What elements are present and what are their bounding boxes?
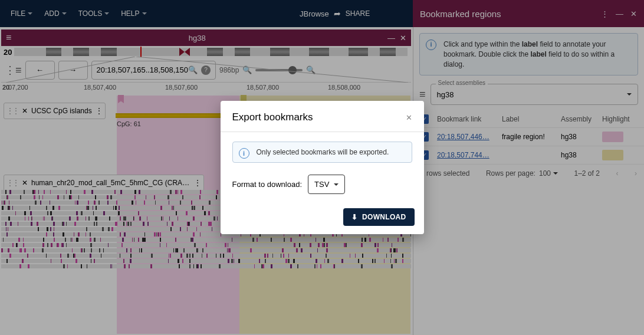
modal-title: Export bookmarks bbox=[232, 111, 313, 123]
download-icon: ⬇ bbox=[351, 213, 357, 221]
export-bookmarks-dialog: Export bookmarks ✕ i Only selected bookm… bbox=[221, 101, 424, 234]
modal-overlay[interactable]: Export bookmarks ✕ i Only selected bookm… bbox=[0, 0, 644, 335]
format-label: Format to download: bbox=[232, 180, 303, 189]
download-button[interactable]: ⬇ DOWNLOAD bbox=[343, 208, 415, 226]
modal-close-icon[interactable]: ✕ bbox=[406, 113, 412, 122]
format-select[interactable]: TSV bbox=[308, 175, 345, 194]
info-icon: i bbox=[239, 148, 249, 159]
modal-info-banner: i Only selected bookmarks will be export… bbox=[232, 142, 412, 163]
chevron-down-icon bbox=[334, 183, 339, 186]
